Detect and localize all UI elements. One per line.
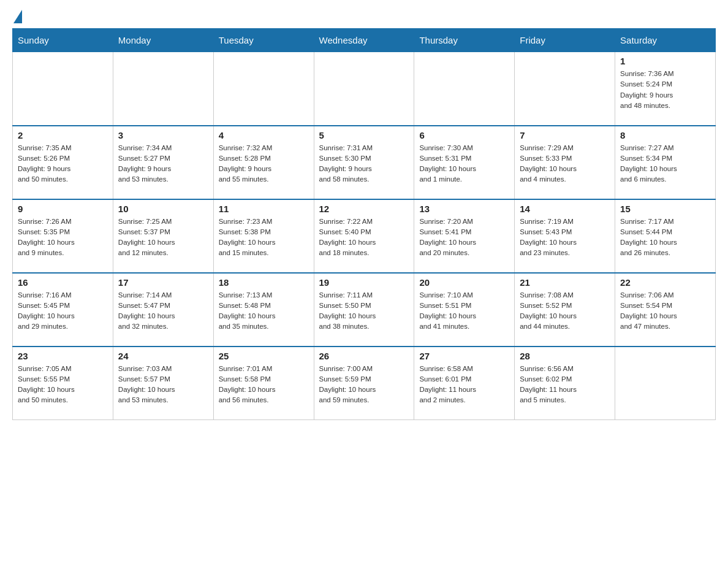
calendar-cell: 5Sunrise: 7:31 AM Sunset: 5:30 PM Daylig… [314, 126, 414, 199]
calendar-cell: 26Sunrise: 7:00 AM Sunset: 5:59 PM Dayli… [314, 347, 414, 420]
day-number: 15 [620, 204, 710, 214]
calendar-cell: 21Sunrise: 7:08 AM Sunset: 5:52 PM Dayli… [515, 273, 615, 347]
day-info: Sunrise: 7:06 AM Sunset: 5:54 PM Dayligh… [620, 290, 710, 332]
logo [12, 12, 22, 22]
calendar-cell: 13Sunrise: 7:20 AM Sunset: 5:41 PM Dayli… [414, 199, 515, 273]
day-info: Sunrise: 7:31 AM Sunset: 5:30 PM Dayligh… [319, 143, 409, 185]
week-row-3: 9Sunrise: 7:26 AM Sunset: 5:35 PM Daylig… [13, 199, 716, 273]
day-number: 5 [319, 130, 409, 140]
calendar-cell: 22Sunrise: 7:06 AM Sunset: 5:54 PM Dayli… [615, 273, 716, 347]
day-info: Sunrise: 7:25 AM Sunset: 5:37 PM Dayligh… [118, 216, 208, 259]
day-number: 20 [419, 277, 509, 288]
calendar-cell: 10Sunrise: 7:25 AM Sunset: 5:37 PM Dayli… [113, 199, 213, 273]
day-number: 13 [419, 204, 509, 214]
calendar-cell: 11Sunrise: 7:23 AM Sunset: 5:38 PM Dayli… [213, 199, 314, 273]
calendar-table: SundayMondayTuesdayWednesdayThursdayFrid… [12, 28, 716, 420]
day-info: Sunrise: 7:34 AM Sunset: 5:27 PM Dayligh… [118, 143, 208, 185]
calendar-cell: 14Sunrise: 7:19 AM Sunset: 5:43 PM Dayli… [515, 199, 615, 273]
day-info: Sunrise: 7:00 AM Sunset: 5:59 PM Dayligh… [319, 364, 409, 406]
calendar-cell: 27Sunrise: 6:58 AM Sunset: 6:01 PM Dayli… [414, 347, 515, 420]
week-row-5: 23Sunrise: 7:05 AM Sunset: 5:55 PM Dayli… [13, 347, 716, 420]
day-number: 8 [620, 130, 710, 140]
day-info: Sunrise: 7:19 AM Sunset: 5:43 PM Dayligh… [520, 216, 610, 259]
day-number: 22 [620, 277, 710, 288]
day-info: Sunrise: 7:08 AM Sunset: 5:52 PM Dayligh… [520, 290, 610, 332]
day-info: Sunrise: 7:16 AM Sunset: 5:45 PM Dayligh… [18, 290, 108, 332]
calendar-cell: 20Sunrise: 7:10 AM Sunset: 5:51 PM Dayli… [414, 273, 515, 347]
day-info: Sunrise: 7:36 AM Sunset: 5:24 PM Dayligh… [620, 69, 710, 111]
logo-triangle-icon [13, 10, 22, 23]
day-info: Sunrise: 7:10 AM Sunset: 5:51 PM Dayligh… [419, 290, 509, 332]
day-info: Sunrise: 7:01 AM Sunset: 5:58 PM Dayligh… [219, 364, 309, 406]
calendar-cell [213, 52, 314, 126]
calendar-cell: 16Sunrise: 7:16 AM Sunset: 5:45 PM Dayli… [13, 273, 113, 347]
day-info: Sunrise: 7:03 AM Sunset: 5:57 PM Dayligh… [118, 364, 208, 406]
day-number: 4 [219, 130, 309, 140]
calendar-cell: 7Sunrise: 7:29 AM Sunset: 5:33 PM Daylig… [515, 126, 615, 199]
day-number: 25 [219, 351, 309, 361]
day-info: Sunrise: 6:58 AM Sunset: 6:01 PM Dayligh… [419, 364, 509, 406]
day-number: 21 [520, 277, 610, 288]
day-info: Sunrise: 7:27 AM Sunset: 5:34 PM Dayligh… [620, 143, 710, 185]
calendar-cell: 23Sunrise: 7:05 AM Sunset: 5:55 PM Dayli… [13, 347, 113, 420]
calendar-cell: 24Sunrise: 7:03 AM Sunset: 5:57 PM Dayli… [113, 347, 213, 420]
day-info: Sunrise: 7:26 AM Sunset: 5:35 PM Dayligh… [18, 216, 108, 259]
page-header [12, 12, 716, 22]
day-number: 17 [118, 277, 208, 288]
day-number: 27 [419, 351, 509, 361]
day-number: 3 [118, 130, 208, 140]
calendar-cell [515, 52, 615, 126]
day-info: Sunrise: 7:29 AM Sunset: 5:33 PM Dayligh… [520, 143, 610, 185]
weekday-header-row: SundayMondayTuesdayWednesdayThursdayFrid… [13, 29, 716, 52]
calendar-cell: 2Sunrise: 7:35 AM Sunset: 5:26 PM Daylig… [13, 126, 113, 199]
day-info: Sunrise: 6:56 AM Sunset: 6:02 PM Dayligh… [520, 364, 610, 406]
calendar-cell: 6Sunrise: 7:30 AM Sunset: 5:31 PM Daylig… [414, 126, 515, 199]
calendar-cell: 1Sunrise: 7:36 AM Sunset: 5:24 PM Daylig… [615, 52, 716, 126]
day-number: 7 [520, 130, 610, 140]
week-row-4: 16Sunrise: 7:16 AM Sunset: 5:45 PM Dayli… [13, 273, 716, 347]
calendar-cell: 8Sunrise: 7:27 AM Sunset: 5:34 PM Daylig… [615, 126, 716, 199]
day-number: 12 [319, 204, 409, 214]
calendar-cell: 19Sunrise: 7:11 AM Sunset: 5:50 PM Dayli… [314, 273, 414, 347]
weekday-header-sunday: Sunday [13, 29, 113, 52]
calendar-cell [414, 52, 515, 126]
day-info: Sunrise: 7:20 AM Sunset: 5:41 PM Dayligh… [419, 216, 509, 259]
calendar-cell: 12Sunrise: 7:22 AM Sunset: 5:40 PM Dayli… [314, 199, 414, 273]
calendar-cell: 17Sunrise: 7:14 AM Sunset: 5:47 PM Dayli… [113, 273, 213, 347]
calendar-cell [314, 52, 414, 126]
day-number: 6 [419, 130, 509, 140]
day-number: 10 [118, 204, 208, 214]
calendar-cell [615, 347, 716, 420]
day-info: Sunrise: 7:13 AM Sunset: 5:48 PM Dayligh… [219, 290, 309, 332]
day-number: 9 [18, 204, 108, 214]
day-number: 24 [118, 351, 208, 361]
day-info: Sunrise: 7:17 AM Sunset: 5:44 PM Dayligh… [620, 216, 710, 259]
weekday-header-saturday: Saturday [615, 29, 716, 52]
day-number: 26 [319, 351, 409, 361]
calendar-cell [113, 52, 213, 126]
weekday-header-wednesday: Wednesday [314, 29, 414, 52]
calendar-cell: 15Sunrise: 7:17 AM Sunset: 5:44 PM Dayli… [615, 199, 716, 273]
day-info: Sunrise: 7:11 AM Sunset: 5:50 PM Dayligh… [319, 290, 409, 332]
weekday-header-tuesday: Tuesday [213, 29, 314, 52]
day-info: Sunrise: 7:23 AM Sunset: 5:38 PM Dayligh… [219, 216, 309, 259]
day-number: 23 [18, 351, 108, 361]
day-info: Sunrise: 7:30 AM Sunset: 5:31 PM Dayligh… [419, 143, 509, 185]
day-info: Sunrise: 7:22 AM Sunset: 5:40 PM Dayligh… [319, 216, 409, 259]
day-number: 19 [319, 277, 409, 288]
day-number: 18 [219, 277, 309, 288]
calendar-cell: 9Sunrise: 7:26 AM Sunset: 5:35 PM Daylig… [13, 199, 113, 273]
day-number: 16 [18, 277, 108, 288]
weekday-header-friday: Friday [515, 29, 615, 52]
day-info: Sunrise: 7:32 AM Sunset: 5:28 PM Dayligh… [219, 143, 309, 185]
day-number: 2 [18, 130, 108, 140]
day-info: Sunrise: 7:35 AM Sunset: 5:26 PM Dayligh… [18, 143, 108, 185]
calendar-cell: 4Sunrise: 7:32 AM Sunset: 5:28 PM Daylig… [213, 126, 314, 199]
day-number: 1 [620, 56, 710, 66]
day-info: Sunrise: 7:05 AM Sunset: 5:55 PM Dayligh… [18, 364, 108, 406]
day-number: 14 [520, 204, 610, 214]
weekday-header-monday: Monday [113, 29, 213, 52]
day-number: 11 [219, 204, 309, 214]
day-number: 28 [520, 351, 610, 361]
calendar-cell: 18Sunrise: 7:13 AM Sunset: 5:48 PM Dayli… [213, 273, 314, 347]
